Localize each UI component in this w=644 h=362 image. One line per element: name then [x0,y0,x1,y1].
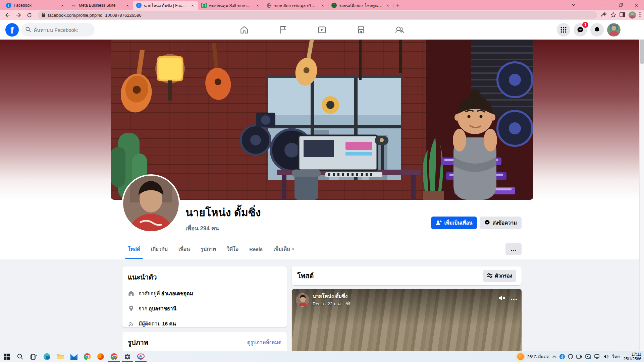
facebook-logo[interactable]: f [5,23,19,37]
snipping-tool-icon[interactable] [134,351,148,362]
post-author-avatar[interactable] [296,293,309,307]
page-scrollbar[interactable] [639,20,644,351]
start-button-icon[interactable] [0,351,13,362]
close-tab-icon[interactable]: × [125,3,130,8]
forward-icon[interactable] [14,11,23,19]
tab-posts[interactable]: โพสต์ [122,239,146,259]
security-shield-icon[interactable] [568,354,573,359]
intro-bold: 16 คน [162,321,176,326]
browser-tab-profile-active[interactable]: f นายโหน่ง ดั้มซิ่ง | Facebook × [133,1,198,10]
post-card: นายโหน่ง ดั้มซิ่ง Reels · 22 ม.ค. · [292,289,522,351]
message-button[interactable]: ส่งข้อความ [480,217,522,229]
tab-label: รูปภาพ [201,245,216,253]
intro-bold[interactable]: อุบลราชธานี [149,306,176,311]
filter-sliders-icon [487,273,492,279]
close-tab-icon[interactable]: × [255,3,260,8]
tray-clock[interactable]: 17:11 25/1/2566 [624,352,641,361]
back-icon[interactable] [3,11,12,19]
person-add-icon [436,220,442,226]
close-tab-icon[interactable]: × [385,3,390,8]
new-tab-button[interactable]: + [393,1,402,10]
camera-tray-icon[interactable] [576,354,582,359]
network-icon[interactable] [594,354,600,359]
language-indicator[interactable]: ไทย [612,353,620,360]
browser-tab-meta-business[interactable]: ∞ Meta Business Suite × [68,1,133,10]
browser-tab-data-system[interactable]: ระบบจัดการข้อมูล บริษัท โชคคูณโชค อ × [263,1,328,10]
facebook-favicon: f [6,3,11,8]
url-bar[interactable]: facebook.com/profile.php?id=100087876226… [38,11,597,19]
intro-bold[interactable]: อำเภอเดชอุดม [161,291,193,296]
screen-share-icon[interactable] [585,354,591,359]
post-more-icon[interactable] [511,296,517,301]
search-input[interactable] [34,27,87,33]
tab-label: เพิ่มเติม [273,245,290,253]
profile-picture[interactable] [122,174,180,233]
settings-gear-icon[interactable] [121,351,134,362]
filter-button[interactable]: ตัวกรอง [483,270,516,282]
filter-label: ตัวกรอง [495,272,512,280]
profile-more-button[interactable]: … [505,243,522,255]
browser-tab-sheets[interactable]: ทะเบียนคุม Sall ระบบออนไลน์.xlsx - G × [198,1,263,10]
close-tab-icon[interactable]: × [60,3,65,8]
chrome-active-icon[interactable] [107,351,121,362]
close-tab-icon[interactable]: × [320,3,325,8]
minimize-icon[interactable] [598,0,613,10]
see-all-photos-link[interactable]: ดูรูปภาพทั้งหมด [247,339,281,347]
taskbar-search-icon[interactable] [13,351,27,362]
watch-icon[interactable] [317,25,327,35]
tab-search-chevron-icon[interactable] [567,0,580,10]
apps-menu-icon[interactable] [557,23,570,37]
tab-about[interactable]: เกี่ยวกับ [146,239,173,259]
cover-gradient-band [0,40,644,200]
facebook-search[interactable] [21,23,95,37]
volume-icon[interactable] [603,354,609,359]
pages-flag-icon[interactable] [278,25,288,35]
intro-followers: มีผู้ติดตาม 16 คน [128,320,281,328]
facebook-header: f 1 [0,20,644,40]
followers-icon [128,320,135,328]
restore-icon[interactable] [613,0,629,10]
notifications-bell-icon[interactable] [590,23,604,37]
groups-icon[interactable] [395,25,405,35]
share-icon[interactable] [601,12,607,18]
tab-more[interactable]: เพิ่มเติม▾ [268,239,299,259]
toolbar-right-icons [601,11,641,19]
site-favicon [331,3,337,8]
post-meta[interactable]: Reels · 22 ม.ค. · [313,300,344,307]
weather-text[interactable]: 26°C มีแดด [527,353,549,360]
bluetooth-icon[interactable] [559,354,565,359]
file-explorer-icon[interactable] [54,351,67,362]
close-tab-icon[interactable]: × [190,3,195,8]
close-window-icon[interactable] [629,0,644,10]
tab-videos[interactable]: วิดีโอ [221,239,244,259]
browser-tab-facebook[interactable]: f Facebook × [3,1,68,10]
messenger-icon[interactable]: 1 [574,23,587,37]
friend-count[interactable]: เพื่อน 294 คน [185,224,261,233]
browser-tab-used-cars[interactable]: รถยนต์มือสอง โชคคูณโชค อุดรธานี × [328,1,393,10]
side-panel-icon[interactable] [620,12,625,18]
house-icon [128,290,135,298]
bookmark-star-icon[interactable] [610,12,616,18]
mute-icon[interactable] [498,295,505,302]
browser-profile-avatar[interactable] [629,11,636,19]
tray-chevron-icon[interactable] [552,355,556,358]
menu-kebab-icon[interactable] [639,12,641,18]
reload-icon[interactable] [25,11,34,19]
marketplace-icon[interactable] [356,25,366,35]
tab-friends[interactable]: เพื่อน [173,239,195,259]
edge-icon[interactable] [40,351,54,362]
home-icon[interactable] [239,25,249,35]
intro-card: แนะนำตัว อาศัยอยู่ที่ อำเภอเดชอุดม จาก อ… [122,266,287,327]
post-author-name[interactable]: นายโหน่ง ดั้มซิ่ง [313,292,350,300]
weather-sun-icon[interactable] [517,353,524,360]
chevron-down-icon: ▾ [292,247,294,251]
account-avatar[interactable] [607,23,621,37]
chrome-icon[interactable] [80,351,94,362]
firefox-icon[interactable] [94,351,107,362]
task-view-icon[interactable] [27,351,40,362]
cover-photo[interactable] [111,40,533,200]
mail-icon[interactable] [67,351,80,362]
tab-photos[interactable]: รูปภาพ [195,239,221,259]
add-friend-button[interactable]: เพิ่มเป็นเพื่อน [431,217,477,229]
tab-reels[interactable]: Reels [244,239,268,259]
